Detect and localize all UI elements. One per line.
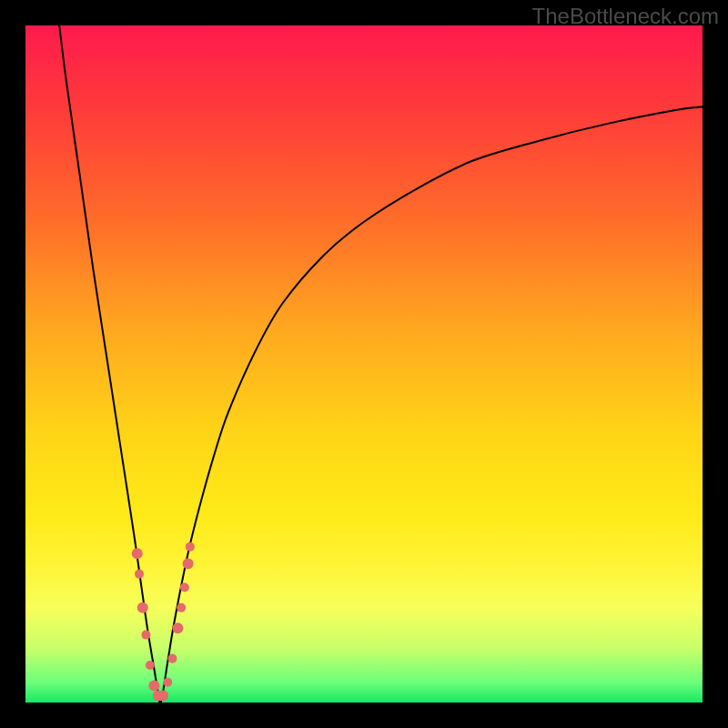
- chart-svg: [25, 25, 703, 703]
- watermark-label: TheBottleneck.com: [532, 4, 719, 29]
- chart-marker: [177, 603, 186, 612]
- chart-marker: [186, 542, 195, 551]
- chart-plot-area: [25, 25, 703, 703]
- chart-marker: [163, 678, 172, 687]
- chart-frame: TheBottleneck.com: [0, 0, 728, 728]
- chart-marker: [141, 631, 150, 640]
- chart-marker: [137, 602, 148, 613]
- chart-markers: [132, 542, 195, 702]
- chart-marker: [183, 558, 194, 569]
- chart-marker: [172, 622, 183, 633]
- chart-marker: [135, 570, 144, 579]
- bottleneck-curve: [59, 25, 703, 703]
- chart-marker: [146, 661, 155, 670]
- chart-marker: [180, 583, 189, 592]
- chart-marker: [148, 680, 159, 691]
- chart-marker: [167, 654, 177, 663]
- chart-marker: [132, 548, 143, 559]
- chart-marker: [157, 691, 168, 702]
